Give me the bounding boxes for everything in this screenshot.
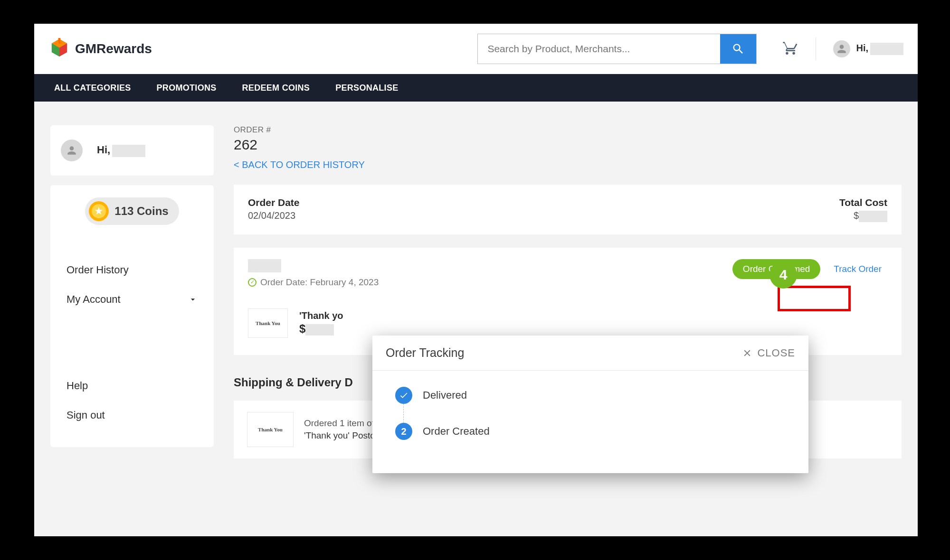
track-order-button[interactable]: Track Order [828, 260, 887, 278]
order-number: 262 [234, 137, 902, 153]
nav-personalise[interactable]: PERSONALISE [335, 83, 398, 93]
username-masked [870, 43, 903, 55]
chevron-down-icon [188, 295, 198, 304]
product-thumbnail: Thank You [247, 412, 294, 447]
brand-logo[interactable]: GMRewards [48, 38, 152, 60]
nav-redeem-coins[interactable]: REDEEM COINS [242, 83, 310, 93]
header-separator [816, 37, 816, 60]
item-order-date-text: Order Date: February 4, 2023 [260, 277, 379, 288]
search-input[interactable] [478, 34, 720, 64]
nav-all-categories[interactable]: ALL CATEGORIES [54, 83, 131, 93]
item-order-date: Order Date: February 4, 2023 [248, 277, 379, 288]
header-greeting: Hi, [856, 43, 903, 55]
product-thumbnail: Thank You [248, 308, 288, 338]
cart-icon[interactable] [782, 40, 798, 58]
search-icon [732, 42, 745, 56]
timeline-label: Delivered [423, 389, 467, 401]
modal-title: Order Tracking [386, 346, 464, 360]
coins-text: 113 Coins [114, 205, 168, 218]
merchant-masked [248, 259, 281, 272]
username-masked [112, 145, 145, 157]
order-date-label: Order Date [248, 197, 300, 208]
order-number-label: ORDER # [234, 125, 902, 135]
order-summary-bar: Order Date 02/04/2023 Total Cost $ [234, 185, 902, 234]
annotation-step-badge: 4 [770, 261, 797, 289]
check-circle-icon [248, 278, 256, 287]
sidebar-sign-out[interactable]: Sign out [61, 401, 203, 430]
price-masked [305, 324, 334, 336]
sidebar-menu-card: ★ 113 Coins Order History My Account Hel… [50, 185, 214, 447]
check-icon [395, 387, 412, 404]
order-tracking-modal: Order Tracking CLOSE Delivered 2 Order C… [372, 336, 808, 473]
sidebar-user-card: Hi, [50, 125, 214, 176]
total-cost-value: $ [839, 210, 887, 222]
modal-close-button[interactable]: CLOSE [742, 347, 795, 359]
sidebar-greeting: Hi, [97, 144, 145, 157]
sidebar-my-account[interactable]: My Account [61, 285, 203, 314]
timeline-connector [403, 404, 404, 423]
close-icon [742, 348, 752, 358]
sidebar-help[interactable]: Help [61, 371, 203, 401]
nav-promotions[interactable]: PROMOTIONS [157, 83, 217, 93]
back-to-order-history-link[interactable]: < BACK TO ORDER HISTORY [234, 159, 365, 170]
product-price: $ [299, 322, 343, 336]
header: GMRewards Hi, [34, 24, 918, 74]
order-date-value: 02/04/2023 [248, 210, 300, 221]
sidebar-order-history[interactable]: Order History [61, 255, 203, 285]
star-icon: ★ [89, 201, 109, 221]
amount-masked [859, 211, 887, 222]
step-number-icon: 2 [395, 423, 412, 440]
timeline-label: Order Created [423, 425, 490, 438]
modal-close-label: CLOSE [757, 347, 795, 359]
timeline-step-created: 2 Order Created [395, 423, 786, 440]
main-nav: ALL CATEGORIES PROMOTIONS REDEEM COINS P… [34, 74, 918, 102]
user-avatar[interactable] [833, 40, 850, 57]
sidebar-my-account-label: My Account [66, 293, 121, 306]
product-row: Thank You 'Thank yo $ [248, 308, 887, 338]
timeline-step-delivered: Delivered [395, 387, 786, 404]
logo-icon [48, 38, 70, 60]
product-title: 'Thank yo [299, 310, 343, 321]
search-button[interactable] [720, 34, 756, 64]
sidebar-avatar [61, 140, 83, 161]
person-icon [66, 144, 78, 157]
sidebar: Hi, ★ 113 Coins Order History My Account… [50, 125, 214, 458]
search-box [477, 34, 757, 64]
coins-badge[interactable]: ★ 113 Coins [85, 197, 179, 225]
total-cost-label: Total Cost [839, 197, 887, 208]
brand-name: GMRewards [75, 41, 152, 56]
person-icon [836, 43, 848, 55]
svg-rect-4 [58, 38, 61, 44]
